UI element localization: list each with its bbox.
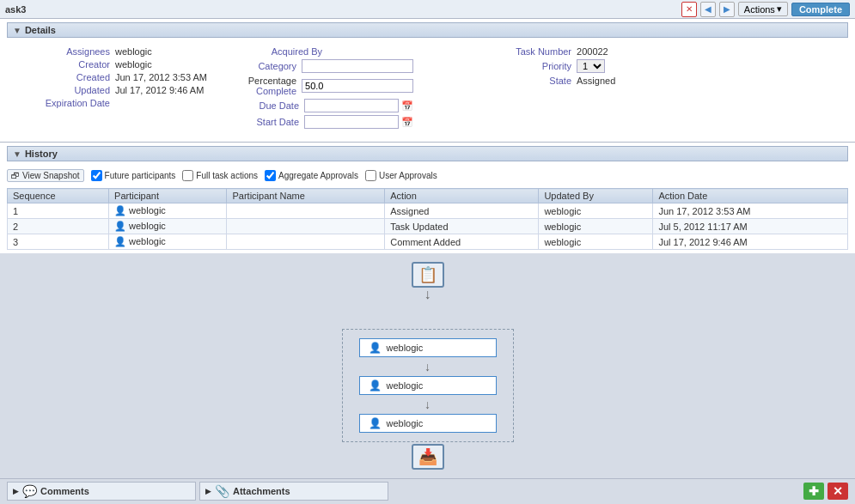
- cell-sequence: 2: [8, 219, 109, 234]
- aggregate-approvals-checkbox-label[interactable]: Aggregate Approvals: [265, 170, 358, 181]
- user-approvals-checkbox[interactable]: [365, 170, 376, 181]
- col-participant: Participant: [109, 189, 227, 203]
- assignees-value: weblogic: [115, 46, 152, 57]
- paperclip-icon: 📎: [215, 484, 229, 498]
- workflow-node-2-label: weblogic: [387, 380, 424, 391]
- start-date-calendar-icon[interactable]: 📅: [401, 117, 413, 128]
- cell-updated-by: weblogic: [539, 203, 653, 219]
- table-row: 3 👤weblogic Comment Added weblogic Jul 1…: [8, 234, 848, 250]
- cell-action: Comment Added: [385, 234, 539, 250]
- future-participants-checkbox[interactable]: [91, 170, 102, 181]
- acquired-by-label: Acquired By: [224, 46, 327, 57]
- comments-icon: 💬: [22, 484, 37, 498]
- comments-section[interactable]: ▶ 💬 Comments: [7, 482, 196, 501]
- created-value: Jun 17, 2012 3:53 AM: [115, 72, 207, 82]
- history-toolbar: 🗗 View Snapshot Future participants Full…: [7, 167, 848, 185]
- history-title: History: [25, 149, 58, 159]
- attachments-label: Attachments: [233, 486, 290, 496]
- col-sequence: Sequence: [8, 189, 109, 203]
- complete-button[interactable]: Complete: [791, 3, 850, 16]
- details-content: Assignees weblogic Creator weblogic Crea…: [7, 43, 848, 135]
- cell-participant: 👤weblogic: [109, 234, 227, 250]
- details-right-col: Task Number 200022 Priority 123 State As…: [482, 46, 615, 88]
- full-task-actions-checkbox[interactable]: [182, 170, 193, 181]
- table-row: 1 👤weblogic Assigned weblogic Jun 17, 20…: [8, 203, 848, 219]
- due-date-calendar-icon[interactable]: 📅: [401, 100, 413, 112]
- percentage-input[interactable]: [302, 79, 413, 93]
- bottom-action-buttons: ✚ ✕: [797, 483, 848, 500]
- task-number-label: Task Number: [482, 46, 577, 57]
- workflow-node-1[interactable]: 👤 weblogic: [359, 338, 497, 357]
- creator-value: weblogic: [115, 59, 152, 70]
- details-mid-col: Acquired By Category Percentage Complete…: [224, 46, 413, 131]
- attachments-section[interactable]: ▶ 📎 Attachments: [199, 482, 388, 501]
- snapshot-icon: 🗗: [11, 171, 20, 180]
- window-title: ask3: [5, 4, 26, 15]
- cell-updated-by: weblogic: [539, 219, 653, 234]
- workflow-area: 📋 ↓ 👤 weblogic ↓ 👤 weblogic ↓ 👤 weblogic…: [0, 253, 855, 478]
- details-section: ▼ Details Assignees weblogic Creator web…: [0, 19, 855, 142]
- start-date-label: Start Date: [224, 117, 304, 127]
- priority-select[interactable]: 123: [577, 59, 605, 73]
- history-collapse-icon: ▼: [13, 149, 21, 159]
- user-icon-3: 👤: [369, 417, 382, 429]
- workflow-node-3[interactable]: 👤 weblogic: [359, 414, 497, 433]
- attachments-triangle-icon: ▶: [205, 487, 211, 495]
- cell-action-date: Jul 17, 2012 9:46 AM: [653, 234, 848, 250]
- col-participant-name: Participant Name: [227, 189, 385, 203]
- workflow-start-node: 📋 ↓: [412, 262, 444, 301]
- col-action-date: Action Date: [653, 189, 848, 203]
- assignees-label: Assignees: [21, 46, 115, 57]
- cell-sequence: 3: [8, 234, 109, 250]
- created-label: Created: [21, 72, 115, 82]
- workflow-inner-container: 👤 weblogic ↓ 👤 weblogic ↓ 👤 weblogic: [342, 329, 514, 442]
- cell-participant: 👤weblogic: [109, 219, 227, 234]
- nav-back-button[interactable]: ◀: [700, 2, 716, 17]
- view-snapshot-button[interactable]: 🗗 View Snapshot: [7, 169, 84, 182]
- updated-label: Updated: [21, 85, 115, 95]
- updated-value: Jul 17, 2012 9:46 AM: [115, 85, 204, 95]
- add-button[interactable]: ✚: [803, 483, 824, 500]
- top-bar-actions: ✕ ◀ ▶ Actions ▾ Complete: [681, 2, 850, 17]
- user-icon-1: 👤: [369, 342, 382, 354]
- bottom-bar: ▶ 💬 Comments ▶ 📎 Attachments ✚ ✕: [0, 478, 855, 503]
- category-input[interactable]: [302, 59, 413, 73]
- nav-forward-button[interactable]: ▶: [719, 2, 735, 17]
- due-date-input[interactable]: [304, 99, 399, 112]
- top-bar: ask3 ✕ ◀ ▶ Actions ▾ Complete: [0, 0, 855, 19]
- full-task-actions-checkbox-label[interactable]: Full task actions: [182, 170, 258, 181]
- workflow-end-node: 📥: [412, 444, 444, 470]
- actions-button[interactable]: Actions ▾: [738, 2, 788, 16]
- close-button[interactable]: ✕: [681, 2, 697, 17]
- cell-sequence: 1: [8, 203, 109, 219]
- history-header[interactable]: ▼ History: [7, 146, 848, 161]
- cell-action: Task Updated: [385, 219, 539, 234]
- category-label: Category: [224, 61, 302, 71]
- cell-participant: 👤weblogic: [109, 203, 227, 219]
- collapse-icon: ▼: [13, 26, 21, 35]
- cell-action-date: Jul 5, 2012 11:17 AM: [653, 219, 848, 234]
- cell-participant-name: [227, 219, 385, 234]
- expiration-label: Expiration Date: [21, 98, 115, 108]
- details-header[interactable]: ▼ Details: [7, 22, 848, 38]
- start-date-input[interactable]: [304, 115, 399, 129]
- remove-button[interactable]: ✕: [828, 483, 848, 500]
- cell-participant-name: [227, 203, 385, 219]
- user-icon-2: 👤: [369, 380, 382, 392]
- details-title: Details: [25, 25, 56, 35]
- col-updated-by: Updated By: [539, 189, 653, 203]
- percentage-label: Percentage Complete: [224, 76, 302, 96]
- cell-participant-name: [227, 234, 385, 250]
- workflow-arrow-1: ↓: [424, 361, 431, 373]
- cell-action-date: Jun 17, 2012 3:53 AM: [653, 203, 848, 219]
- creator-label: Creator: [21, 59, 115, 70]
- comments-triangle-icon: ▶: [13, 487, 19, 495]
- history-section: ▼ History 🗗 View Snapshot Future partici…: [0, 142, 855, 253]
- priority-label: Priority: [482, 61, 577, 71]
- cell-action: Assigned: [385, 203, 539, 219]
- workflow-node-2[interactable]: 👤 weblogic: [359, 376, 497, 395]
- future-participants-checkbox-label[interactable]: Future participants: [91, 170, 176, 181]
- aggregate-approvals-checkbox[interactable]: [265, 170, 276, 181]
- user-approvals-checkbox-label[interactable]: User Approvals: [365, 170, 437, 181]
- task-number-value: 200022: [577, 46, 608, 57]
